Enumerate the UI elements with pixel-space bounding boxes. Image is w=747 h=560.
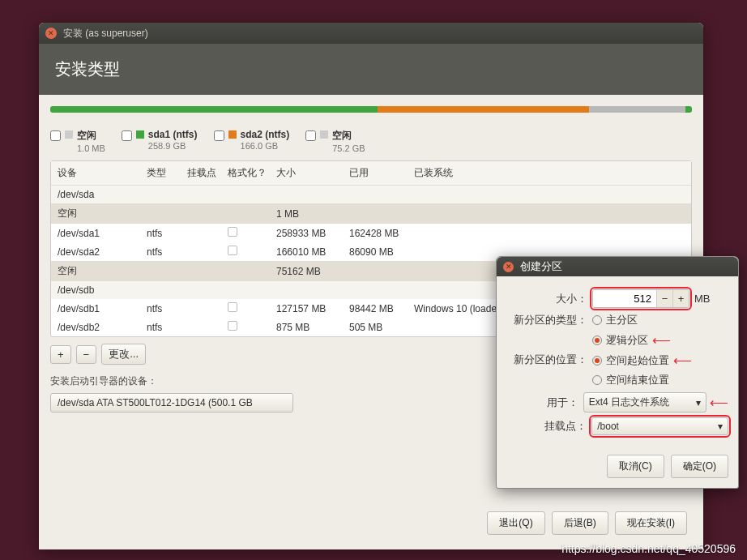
type-logical-radio[interactable]: 逻辑分区 ⟵ bbox=[592, 332, 671, 348]
size-label: 大小： bbox=[506, 292, 587, 306]
column-header: 设备 bbox=[58, 166, 147, 180]
page-title: 安装类型 bbox=[55, 60, 120, 78]
table-cell: /dev/sda1 bbox=[58, 228, 147, 239]
mount-point-select[interactable]: /boot ▾ bbox=[591, 417, 728, 435]
format-checkbox[interactable] bbox=[228, 246, 237, 255]
table-cell: 258933 MB bbox=[276, 228, 349, 239]
type-primary-radio[interactable]: 主分区 bbox=[592, 313, 671, 327]
legend-checkbox[interactable] bbox=[122, 130, 132, 141]
color-swatch-icon bbox=[136, 130, 144, 139]
table-row[interactable]: /dev/sda1ntfs258933 MB162428 MB bbox=[51, 224, 691, 242]
table-cell: 162428 MB bbox=[349, 228, 414, 239]
quit-button[interactable]: 退出(Q) bbox=[487, 511, 544, 535]
dialog-cancel-button[interactable]: 取消(C) bbox=[607, 455, 664, 478]
legend-label: sda2 (ntfs) bbox=[241, 129, 290, 140]
titlebar: ✕ 安装 (as superuser) bbox=[39, 23, 703, 44]
table-cell bbox=[228, 302, 276, 314]
table-cell: /dev/sdb1 bbox=[58, 303, 147, 314]
legend-item: 空闲75.2 GB bbox=[305, 129, 365, 154]
radio-icon bbox=[592, 356, 602, 365]
table-cell bbox=[228, 321, 276, 333]
size-spinner[interactable]: − + bbox=[592, 289, 689, 308]
legend-sub: 75.2 GB bbox=[332, 143, 365, 153]
table-cell: /dev/sdb bbox=[58, 284, 147, 296]
chevron-down-icon: ▾ bbox=[718, 421, 723, 432]
size-increment-button[interactable]: + bbox=[672, 290, 689, 307]
change-partition-button[interactable]: 更改... bbox=[101, 344, 146, 365]
table-cell: 86090 MB bbox=[349, 246, 414, 258]
table-cell: ntfs bbox=[147, 228, 187, 239]
color-swatch-icon bbox=[320, 130, 328, 139]
legend-sub: 166.0 GB bbox=[241, 141, 278, 151]
table-cell: ntfs bbox=[147, 303, 187, 314]
create-partition-dialog: ✕ 创建分区 大小： − + MB 新分区的类型： 主分区 逻辑分区 bbox=[496, 256, 739, 489]
add-partition-button[interactable]: + bbox=[50, 345, 71, 364]
position-end-radio[interactable]: 空间结束位置 bbox=[592, 373, 692, 387]
filesystem-select[interactable]: Ext4 日志文件系统 ▾ bbox=[583, 392, 706, 413]
dialog-title: 创建分区 bbox=[520, 259, 562, 274]
legend-checkbox[interactable] bbox=[305, 130, 316, 141]
radio-icon bbox=[592, 315, 602, 325]
radio-icon bbox=[592, 336, 602, 345]
table-cell: ntfs bbox=[147, 322, 187, 333]
column-header: 类型 bbox=[147, 166, 187, 180]
use-as-label: 用于： bbox=[506, 395, 578, 410]
type-logical-label: 逻辑分区 bbox=[606, 333, 648, 348]
column-header: 挂载点 bbox=[187, 166, 228, 180]
position-begin-radio[interactable]: 空间起始位置 ⟵ bbox=[592, 353, 692, 368]
format-checkbox[interactable] bbox=[228, 302, 237, 312]
window-title: 安装 (as superuser) bbox=[63, 27, 148, 41]
legend-item: 空闲1.0 MB bbox=[50, 129, 105, 154]
size-unit: MB bbox=[694, 293, 711, 305]
table-row[interactable]: 空闲1 MB bbox=[51, 203, 691, 224]
back-button[interactable]: 后退(B) bbox=[552, 511, 608, 535]
footer-buttons: 退出(Q) 后退(B) 现在安装(I) bbox=[487, 511, 687, 535]
legend-item: sda1 (ntfs)258.9 GB bbox=[122, 129, 198, 152]
legend-label: 空闲 bbox=[77, 130, 96, 141]
table-cell: 875 MB bbox=[276, 322, 349, 333]
bootloader-value: /dev/sda ATA ST500LT012-1DG14 (500.1 GB bbox=[58, 397, 253, 408]
disk-usage-bar bbox=[50, 106, 692, 124]
color-swatch-icon bbox=[65, 130, 73, 139]
dialog-footer: 取消(C) 确定(O) bbox=[497, 448, 738, 488]
remove-partition-button[interactable]: − bbox=[76, 345, 97, 364]
legend-sub: 1.0 MB bbox=[77, 143, 105, 153]
bar-segment bbox=[50, 106, 378, 113]
legend-item: sda2 (ntfs)166.0 GB bbox=[214, 129, 290, 152]
table-cell: 505 MB bbox=[349, 322, 414, 333]
legend-checkbox[interactable] bbox=[50, 130, 61, 141]
table-cell: 166010 MB bbox=[276, 246, 349, 258]
table-cell: 75162 MB bbox=[276, 266, 349, 277]
radio-icon bbox=[592, 375, 602, 385]
bootloader-device-select[interactable]: /dev/sda ATA ST500LT012-1DG14 (500.1 GB bbox=[50, 393, 293, 413]
dialog-titlebar: ✕ 创建分区 bbox=[497, 257, 738, 276]
bar-segment bbox=[589, 106, 685, 113]
table-cell bbox=[228, 246, 276, 258]
table-cell bbox=[228, 227, 276, 239]
legend-checkbox[interactable] bbox=[214, 130, 224, 141]
table-cell: 127157 MB bbox=[276, 303, 349, 314]
column-header: 已用 bbox=[349, 166, 414, 180]
bar-segment bbox=[378, 106, 589, 113]
table-cell: /dev/sda bbox=[58, 189, 147, 200]
table-cell: 空闲 bbox=[58, 264, 147, 278]
format-checkbox[interactable] bbox=[228, 227, 237, 237]
close-icon[interactable]: ✕ bbox=[45, 28, 57, 39]
size-decrement-button[interactable]: − bbox=[656, 290, 672, 307]
size-input[interactable] bbox=[593, 290, 656, 307]
chevron-down-icon: ▾ bbox=[696, 397, 701, 408]
table-cell: /dev/sdb2 bbox=[58, 322, 147, 333]
table-cell: 空闲 bbox=[58, 207, 147, 220]
legend-sub: 258.9 GB bbox=[148, 141, 186, 151]
table-cell: 98442 MB bbox=[349, 303, 414, 314]
format-checkbox[interactable] bbox=[228, 321, 237, 331]
position-end-label: 空间结束位置 bbox=[606, 373, 669, 387]
dialog-close-icon[interactable]: ✕ bbox=[503, 262, 514, 272]
dialog-ok-button[interactable]: 确定(O) bbox=[671, 455, 728, 478]
install-now-button[interactable]: 现在安装(I) bbox=[615, 511, 687, 535]
table-row[interactable]: /dev/sda bbox=[51, 186, 691, 203]
mount-value: /boot bbox=[597, 421, 619, 432]
column-header: 大小 bbox=[276, 166, 349, 180]
table-header: 设备类型挂载点格式化？大小已用已装系统 bbox=[51, 161, 691, 186]
position-begin-label: 空间起始位置 bbox=[606, 353, 669, 368]
